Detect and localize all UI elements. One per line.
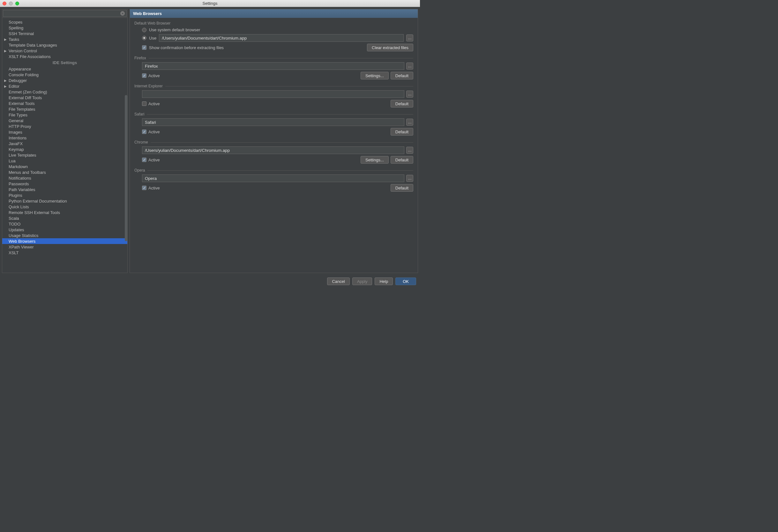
use-label: Use: [149, 36, 156, 40]
sidebar-item-updates[interactable]: Updates: [2, 227, 127, 233]
show-confirm-checkbox[interactable]: [142, 45, 147, 50]
sidebar-item-label: Keymap: [9, 147, 24, 152]
clear-extracted-button[interactable]: Clear extracted files: [367, 44, 413, 51]
default-button-opera[interactable]: Default: [391, 184, 413, 192]
default-browser-path[interactable]: [159, 34, 404, 42]
sidebar-item-markdown[interactable]: Markdown: [2, 164, 127, 169]
page-title: Web Browsers: [130, 9, 418, 18]
titlebar: Settings: [0, 0, 420, 7]
sidebar-item-menus-and-toolbars[interactable]: Menus and Toolbars: [2, 169, 127, 175]
close-icon[interactable]: [3, 2, 6, 5]
sidebar-item-images[interactable]: Images: [2, 129, 127, 135]
use-system-radio[interactable]: [142, 28, 147, 32]
sidebar-item-quick-lists[interactable]: Quick Lists: [2, 204, 127, 209]
default-button-chrome[interactable]: Default: [391, 156, 413, 164]
sidebar-item-xslt-file-associations[interactable]: XSLT File Associations: [2, 54, 127, 59]
browse-icon[interactable]: …: [406, 91, 413, 98]
sidebar-item-label: Quick Lists: [9, 204, 29, 209]
default-button-safari[interactable]: Default: [391, 128, 413, 136]
browse-icon[interactable]: …: [406, 34, 413, 41]
sidebar-item-ssh-terminal[interactable]: SSH Terminal: [2, 31, 127, 36]
sidebar-item-path-variables[interactable]: Path Variables: [2, 187, 127, 192]
sidebar-item-external-tools[interactable]: External Tools: [2, 100, 127, 106]
expander-icon[interactable]: ▶: [4, 85, 8, 88]
expander-icon[interactable]: ▶: [4, 79, 8, 82]
cancel-button[interactable]: Cancel: [327, 277, 349, 285]
sidebar-item-scala[interactable]: Scala: [2, 215, 127, 221]
browser-path-internet-explorer[interactable]: [142, 90, 404, 98]
sidebar-item-label: SSH Terminal: [9, 31, 34, 36]
browser-path-chrome[interactable]: [142, 147, 404, 154]
sidebar-item-usage-statistics[interactable]: Usage Statistics: [2, 233, 127, 238]
expander-icon[interactable]: ▶: [4, 37, 8, 41]
sidebar-item-label: Markdown: [9, 164, 28, 169]
browser-path-firefox[interactable]: [142, 62, 404, 70]
sidebar-item-template-data-languages[interactable]: Template Data Languages: [2, 42, 127, 48]
sidebar-item-remote-ssh-external-tools[interactable]: Remote SSH External Tools: [2, 209, 127, 215]
sidebar-item-debugger[interactable]: ▶Debugger: [2, 78, 127, 83]
sidebar-item-label: External Tools: [9, 101, 34, 106]
sidebar-item-label: General: [9, 118, 23, 123]
default-button-internet-explorer[interactable]: Default: [391, 100, 413, 107]
help-button[interactable]: Help: [375, 277, 393, 285]
scrollbar-thumb[interactable]: [125, 95, 127, 241]
ok-button[interactable]: OK: [395, 277, 416, 285]
browse-icon[interactable]: …: [406, 63, 413, 70]
settings-tree[interactable]: ScopesSpellingSSH Terminal▶TasksTemplate…: [2, 18, 127, 273]
browser-path-opera[interactable]: [142, 174, 404, 182]
sidebar-item-label: Debugger: [9, 78, 27, 83]
browse-icon[interactable]: …: [406, 147, 413, 154]
sidebar-item-xpath-viewer[interactable]: XPath Viewer: [2, 244, 127, 250]
sidebar-item-label: Images: [9, 130, 22, 135]
sidebar-item-web-browsers[interactable]: Web Browsers: [2, 238, 127, 244]
active-checkbox-chrome[interactable]: [142, 158, 147, 162]
use-custom-radio[interactable]: [142, 36, 147, 40]
settings-button-firefox[interactable]: Settings...: [361, 72, 389, 79]
expander-icon[interactable]: ▶: [4, 49, 8, 53]
sidebar-item-console-folding[interactable]: Console Folding: [2, 72, 127, 78]
sidebar-item-python-external-documentation[interactable]: Python External Documentation: [2, 198, 127, 204]
sidebar-item-live-templates[interactable]: Live Templates: [2, 152, 127, 158]
settings-button-chrome[interactable]: Settings...: [361, 156, 389, 164]
sidebar-item-appearance[interactable]: Appearance: [2, 66, 127, 72]
sidebar-item-file-templates[interactable]: File Templates: [2, 106, 127, 112]
sidebar-item-lua[interactable]: Lua: [2, 158, 127, 164]
minimize-icon[interactable]: [9, 2, 13, 5]
default-button-firefox[interactable]: Default: [391, 72, 413, 79]
sidebar-item-tasks[interactable]: ▶Tasks: [2, 36, 127, 42]
active-checkbox-firefox[interactable]: [142, 73, 147, 78]
sidebar-item-javafx[interactable]: JavaFX: [2, 141, 127, 147]
show-confirm-label: Show confirmation before extracting file…: [149, 45, 224, 50]
sidebar-item-label: Menus and Toolbars: [9, 170, 46, 175]
sidebar-item-label: XSLT File Associations: [9, 54, 51, 59]
search-input[interactable]: [3, 10, 127, 17]
sidebar-item-spelling[interactable]: Spelling: [2, 25, 127, 31]
sidebar-item-plugins[interactable]: Plugins: [2, 192, 127, 198]
sidebar-item-intentions[interactable]: Intentions: [2, 135, 127, 141]
browse-icon[interactable]: …: [406, 175, 413, 182]
apply-button[interactable]: Apply: [352, 277, 372, 285]
active-checkbox-opera[interactable]: [142, 186, 147, 190]
sidebar-item-http-proxy[interactable]: HTTP Proxy: [2, 123, 127, 129]
sidebar-item-emmet-zen-coding-[interactable]: Emmet (Zen Coding): [2, 89, 127, 95]
sidebar-item-version-control[interactable]: ▶Version Control: [2, 48, 127, 54]
sidebar-item-xslt[interactable]: XSLT: [2, 250, 127, 256]
sidebar-item-file-types[interactable]: File Types: [2, 112, 127, 118]
active-label: Active: [148, 158, 160, 162]
sidebar-item-todo[interactable]: TODO: [2, 221, 127, 227]
active-checkbox-safari[interactable]: [142, 129, 147, 134]
sidebar-item-external-diff-tools[interactable]: External Diff Tools: [2, 95, 127, 100]
browse-icon[interactable]: …: [406, 119, 413, 126]
browser-title-opera: Opera: [134, 168, 413, 173]
sidebar-item-notifications[interactable]: Notifications: [2, 175, 127, 181]
sidebar-item-keymap[interactable]: Keymap: [2, 147, 127, 152]
sidebar-item-label: Usage Statistics: [9, 233, 38, 238]
clear-search-icon[interactable]: ✕: [120, 11, 125, 16]
sidebar-item-scopes[interactable]: Scopes: [2, 19, 127, 25]
sidebar-item-editor[interactable]: ▶Editor: [2, 83, 127, 89]
sidebar-item-general[interactable]: General: [2, 118, 127, 123]
sidebar-item-passwords[interactable]: Passwords: [2, 181, 127, 187]
active-checkbox-internet-explorer[interactable]: [142, 101, 147, 106]
maximize-icon[interactable]: [15, 2, 19, 5]
browser-path-safari[interactable]: [142, 118, 404, 126]
